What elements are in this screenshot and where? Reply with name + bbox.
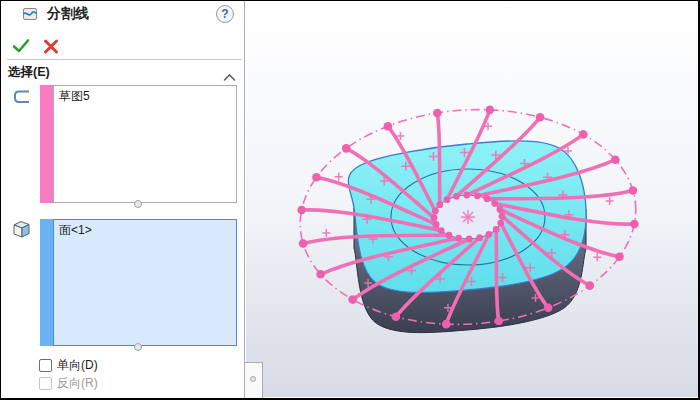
ok-button[interactable] <box>11 37 31 55</box>
checkbox-box <box>39 377 52 390</box>
cancel-button[interactable] <box>42 38 60 55</box>
checkbox-box[interactable] <box>39 359 52 372</box>
graphics-area[interactable] <box>246 1 698 397</box>
help-icon[interactable]: ? <box>216 5 234 23</box>
selection-activation-bar[interactable] <box>40 219 53 346</box>
panel-resize-splitter[interactable] <box>245 362 263 398</box>
list-item[interactable]: 草图5 <box>54 86 236 107</box>
selection-activation-bar[interactable] <box>40 85 53 203</box>
checkbox-label: 单向(D) <box>57 357 98 374</box>
list-resize-grip[interactable] <box>134 343 142 351</box>
separator <box>7 59 242 60</box>
split-line-feature-icon <box>21 5 39 23</box>
list-item[interactable]: 面<1> <box>54 220 236 241</box>
chevron-up-icon[interactable] <box>223 68 236 77</box>
sketch-selection-list[interactable]: 草图5 <box>53 85 237 203</box>
splitter-grip-icon <box>250 376 256 382</box>
list-resize-grip[interactable] <box>134 200 142 208</box>
checkbox-label: 反向(R) <box>57 375 98 392</box>
property-manager-panel: 分割线 ? 选择(E) <box>1 1 245 398</box>
panel-title: 分割线 <box>47 5 89 23</box>
selection-group-label: 选择(E) <box>8 64 50 81</box>
sketch-contour-icon <box>11 88 31 106</box>
single-direction-checkbox[interactable]: 单向(D) <box>39 357 98 374</box>
reverse-direction-checkbox: 反向(R) <box>39 375 98 392</box>
solidworks-window: 分割线 ? 选择(E) <box>0 0 700 400</box>
face-selection-list[interactable]: 面<1> <box>53 219 237 346</box>
split-line-model-preview <box>246 1 698 397</box>
face-select-icon <box>10 218 33 241</box>
